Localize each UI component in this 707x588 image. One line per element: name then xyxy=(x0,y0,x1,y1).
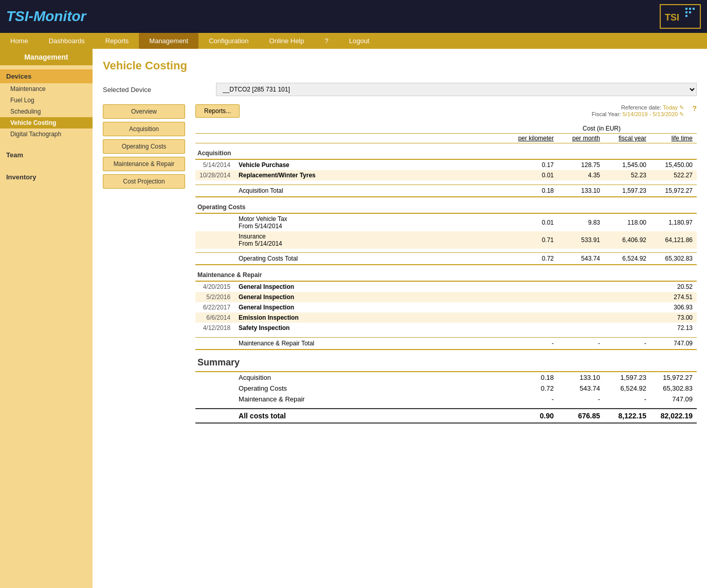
sidebar-team-title[interactable]: Team xyxy=(0,148,93,162)
all-total-fiscal: 8,122.15 xyxy=(604,409,650,423)
sidebar-item-scheduling[interactable]: Scheduling xyxy=(0,106,93,117)
btn-maintenance-repair[interactable]: Maintenance & Repair xyxy=(103,157,185,171)
btn-cost-projection[interactable]: Cost Projection xyxy=(103,174,185,189)
sum-lifetime-3: 747.09 xyxy=(650,394,697,405)
maint-fiscal-3 xyxy=(604,302,650,313)
acq-fiscal-1: 1,545.00 xyxy=(604,159,650,170)
op-total-perkm: 0.72 xyxy=(506,253,558,265)
sum-fiscal-2: 6,524.92 xyxy=(604,383,650,394)
reports-bar: Reports... Reference date: Today ✎ Fisca… xyxy=(195,104,697,118)
nav-help-icon[interactable]: ? xyxy=(314,33,338,49)
svg-rect-7 xyxy=(685,15,687,17)
op-total-lifetime: 65,302.83 xyxy=(650,253,697,265)
maint-fiscal-4 xyxy=(604,313,650,323)
sidebar-item-fuel-log[interactable]: Fuel Log xyxy=(0,95,93,106)
maint-lifetime-5: 72.13 xyxy=(650,323,697,333)
op-row-1: Motor Vehicle Tax From 5/14/2014 0.01 9.… xyxy=(195,213,697,231)
maint-label-4: Emission Inspection xyxy=(234,313,506,323)
fiscal-year-line: Fiscal Year: 5/14/2019 - 5/13/2020 ✎ xyxy=(592,111,684,118)
cost-table: Cost (in EUR) per kilometer per month fi… xyxy=(195,124,697,424)
acq-permonth-2: 4.35 xyxy=(558,170,604,180)
op-perkm-2: 0.71 xyxy=(506,231,558,249)
acquisition-row-2: 10/28/2014 Replacement/Winter Tyres 0.01… xyxy=(195,170,697,180)
reference-date-value[interactable]: Today xyxy=(663,104,678,111)
acq-label-1: Vehicle Purchase xyxy=(234,159,506,170)
acquisition-total: Acquisition Total 0.18 133.10 1,597.23 1… xyxy=(195,185,697,197)
help-icon[interactable]: ? xyxy=(692,104,697,113)
main-content: Vehicle Costing Selected Device __DTCO2 … xyxy=(93,49,707,588)
maint-row-4: 6/6/2014 Emission Inspection 73.00 xyxy=(195,313,697,323)
acq-perkm-1: 0.17 xyxy=(506,159,558,170)
nav-dashboards[interactable]: Dashboards xyxy=(39,33,95,49)
fiscal-edit-icon[interactable]: ✎ xyxy=(679,111,684,117)
maint-total-empty xyxy=(195,337,234,350)
op-fiscal-2: 6,406.92 xyxy=(604,231,650,249)
acquisition-label: Acquisition xyxy=(195,143,697,160)
right-panel: Reports... Reference date: Today ✎ Fisca… xyxy=(195,104,697,424)
nav-reports[interactable]: Reports xyxy=(95,33,139,49)
edit-icon[interactable]: ✎ xyxy=(679,104,684,111)
reports-button[interactable]: Reports... xyxy=(195,104,240,118)
nav-online-help[interactable]: Online Help xyxy=(259,33,315,49)
th-per-km: per kilometer xyxy=(506,134,558,143)
operating-costs-total: Operating Costs Total 0.72 543.74 6,524.… xyxy=(195,253,697,265)
acq-total-fiscal: 1,597.23 xyxy=(604,185,650,197)
maint-row-3: 6/22/2017 General Inspection 306.93 xyxy=(195,302,697,313)
acq-label-2: Replacement/Winter Tyres xyxy=(234,170,506,180)
op-total-fiscal: 6,524.92 xyxy=(604,253,650,265)
btn-overview[interactable]: Overview xyxy=(103,104,185,119)
maint-total-fiscal: - xyxy=(604,337,650,350)
sidebar-devices-title[interactable]: Devices xyxy=(0,69,93,83)
reference-date-line: Reference date: Today ✎ xyxy=(592,104,684,111)
sidebar-item-digital-tachograph[interactable]: Digital Tachograph xyxy=(0,128,93,140)
logo: TSI xyxy=(660,4,701,29)
maint-perkm-5 xyxy=(506,323,558,333)
maint-date-3: 6/22/2017 xyxy=(195,302,234,313)
btn-operating-costs[interactable]: Operating Costs xyxy=(103,139,185,154)
maint-fiscal-1 xyxy=(604,281,650,292)
nav-logout[interactable]: Logout xyxy=(339,33,380,49)
op-spacer xyxy=(195,249,697,253)
maint-permonth-4 xyxy=(558,313,604,323)
cost-header-row: Cost (in EUR) xyxy=(195,124,697,134)
maint-date-1: 4/20/2015 xyxy=(195,281,234,292)
operating-costs-label: Operating Costs xyxy=(195,197,697,213)
sum-fiscal-3: - xyxy=(604,394,650,405)
maintenance-label: Maintenance & Repair xyxy=(195,265,697,281)
acq-total-empty xyxy=(195,185,234,197)
maintenance-header: Maintenance & Repair xyxy=(195,265,697,281)
maint-total-permonth: - xyxy=(558,337,604,350)
nav-configuration[interactable]: Configuration xyxy=(198,33,259,49)
app-title-text: TSI-Monitor xyxy=(6,8,86,24)
cost-subheader-row: per kilometer per month fiscal year life… xyxy=(195,134,697,143)
acq-date-1: 5/14/2014 xyxy=(195,159,234,170)
device-selector-row: Selected Device __DTCO2 [285 731 101] xyxy=(103,83,697,96)
acq-spacer xyxy=(195,180,697,185)
sum-fiscal-1: 1,597.23 xyxy=(604,372,650,383)
nav-home[interactable]: Home xyxy=(0,33,39,49)
acq-total-lifetime: 15,972.27 xyxy=(650,185,697,197)
maint-permonth-2 xyxy=(558,292,604,302)
maint-date-5: 4/12/2018 xyxy=(195,323,234,333)
sidebar-section-team: Team xyxy=(0,144,93,166)
device-select[interactable]: __DTCO2 [285 731 101] xyxy=(216,83,697,96)
maint-perkm-4 xyxy=(506,313,558,323)
sidebar-section-devices: Devices Maintenance Fuel Log Scheduling … xyxy=(0,65,93,144)
sidebar-inventory-title[interactable]: Inventory xyxy=(0,170,93,184)
svg-text:TSI: TSI xyxy=(665,12,679,23)
maint-fiscal-5 xyxy=(604,323,650,333)
maint-lifetime-1: 20.52 xyxy=(650,281,697,292)
all-total-empty xyxy=(195,409,234,423)
btn-acquisition[interactable]: Acquisition xyxy=(103,122,185,136)
page-layout: Management Devices Maintenance Fuel Log … xyxy=(0,49,707,588)
maint-row-1: 4/20/2015 General Inspection 20.52 xyxy=(195,281,697,292)
sidebar: Management Devices Maintenance Fuel Log … xyxy=(0,49,93,588)
op-label-2: Insurance xyxy=(239,233,502,240)
sidebar-item-maintenance[interactable]: Maintenance xyxy=(0,83,93,95)
maint-perkm-1 xyxy=(506,281,558,292)
sidebar-item-vehicle-costing[interactable]: Vehicle Costing xyxy=(0,117,93,128)
nav-management[interactable]: Management xyxy=(139,33,198,49)
op-fiscal-1: 118.00 xyxy=(604,213,650,231)
th-desc xyxy=(234,134,506,143)
fiscal-year-value[interactable]: 5/14/2019 - 5/13/2020 xyxy=(623,111,678,117)
